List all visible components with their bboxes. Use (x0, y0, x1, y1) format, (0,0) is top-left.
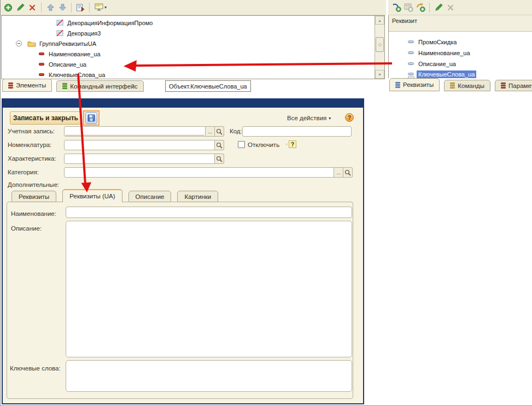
parameters-bars-icon (501, 83, 506, 89)
hint-tail-icon: ‹ (286, 142, 288, 147)
tab-attributes[interactable]: Реквизиты (389, 78, 440, 91)
scrollbar-thumb[interactable] (376, 37, 384, 52)
keywords-textarea[interactable] (66, 360, 352, 392)
delete-icon-disabled[interactable] (445, 2, 457, 14)
move-down-icon[interactable] (56, 2, 68, 14)
disable-help[interactable]: ‹ ? (286, 140, 296, 148)
folder-icon (27, 40, 36, 47)
tree-item-decoration-promo[interactable]: ДекорацияИнформацияПромо (56, 17, 153, 28)
name-input[interactable] (66, 207, 352, 218)
characteristic-input[interactable] (64, 154, 215, 164)
tab-label: Командный интерфейс (70, 83, 137, 90)
list-item-description-ua[interactable]: Описание_ua (408, 58, 456, 69)
tree-item-label: ГруппаРеквизитыUA (39, 40, 96, 47)
all-actions-label: Все действия (287, 115, 326, 121)
attribute-icon (39, 73, 44, 76)
account-ellipsis-button[interactable]: ... (206, 126, 215, 137)
tree-item-group-ua[interactable]: ГруппаРеквизитыUA (16, 38, 96, 49)
add-icon[interactable] (2, 2, 14, 14)
edit-icon[interactable] (432, 2, 445, 14)
attributes-list: ПромоСкидка Наименование_ua Описание_ua … (389, 32, 532, 78)
characteristic-field (64, 154, 224, 164)
preview-caret: ▾ (104, 5, 107, 10)
tab-attributes-ua[interactable]: Реквизиты (UA) (62, 189, 122, 202)
account-field: ... (64, 126, 224, 137)
disable-label: Отключить (248, 142, 279, 148)
attributes-bars-icon (395, 82, 400, 88)
account-lookup-icon[interactable] (215, 126, 224, 137)
category-lookup-icon[interactable] (343, 167, 353, 178)
save-close-button[interactable]: Записать и закрыть (10, 111, 81, 125)
decoration-icon (56, 30, 63, 37)
tab-label: Картинки (184, 193, 211, 200)
designer-bottom-tabs: Элементы Командный интерфейс (2, 79, 144, 92)
add-by-wizard-icon[interactable] (414, 2, 426, 14)
required-marker (66, 135, 204, 136)
edit-icon[interactable] (14, 2, 26, 14)
tab-label: Команды (458, 83, 484, 89)
screenshot-root: ▾ ДекорацияИнформацияПромо Декорация3 Гр… (0, 0, 532, 406)
delete-icon[interactable] (26, 2, 38, 14)
attributes-grid: Реквизит ПромоСкидка Наименование_ua Опи… (388, 15, 532, 78)
form-title-bar (3, 99, 363, 108)
additional-label: Дополнительные: (8, 181, 59, 188)
name-label: Наименование: (11, 210, 56, 217)
attribute-icon (408, 40, 414, 43)
keywords-label: Ключевые слова: (10, 365, 61, 372)
tab-label: Параметры (508, 83, 532, 89)
tab-commands[interactable]: Команды (444, 80, 490, 91)
nomenclature-input[interactable] (64, 140, 215, 150)
scroll-up-icon[interactable]: ▲ (375, 16, 384, 25)
save-floppy-icon[interactable] (85, 112, 97, 124)
category-input[interactable] (64, 167, 334, 178)
collapse-icon[interactable] (16, 40, 22, 46)
elements-toolbar: ▾ (0, 0, 386, 15)
attribute-icon (408, 62, 414, 65)
nomenclature-lookup-icon[interactable] (215, 140, 224, 150)
help-button[interactable]: ? (345, 113, 354, 122)
list-item-promo-discount[interactable]: ПромоСкидка (408, 37, 457, 47)
tab-pictures[interactable]: Картинки (177, 191, 218, 202)
list-item-label: ПромоСкидка (418, 39, 457, 45)
form-tabs: Реквизиты Реквизиты (UA) Описание Картин… (11, 189, 218, 202)
add-attribute-icon[interactable] (390, 2, 402, 14)
tree-item-name-ua[interactable]: Наименование_ua (39, 49, 101, 59)
tab-elements[interactable]: Элементы (2, 79, 52, 92)
tree-item-description-ua[interactable]: Описание_ua (39, 59, 86, 69)
list-item-keywords-ua-selected[interactable]: КлючевыеСлова_ua (408, 69, 476, 78)
account-input[interactable] (64, 126, 206, 137)
command-interface-bars-icon (62, 83, 67, 89)
help-glyph: ? (348, 115, 351, 121)
toolbar-separator (89, 3, 90, 13)
category-ellipsis-button[interactable]: ... (334, 167, 343, 178)
list-item-name-ua[interactable]: Наименование_ua (408, 48, 470, 58)
disable-checkbox[interactable] (238, 141, 245, 148)
check-form-icon[interactable] (74, 2, 86, 14)
column-header-label: Реквизит (392, 17, 417, 24)
object-path-hint: Объект.КлючевыеСлова_ua (165, 80, 251, 92)
tab-attributes-ru[interactable]: Реквизиты (11, 191, 56, 202)
all-actions-menu[interactable]: Все действия ▾ (287, 115, 331, 121)
code-input[interactable] (242, 126, 352, 137)
list-item-label: Описание_ua (418, 61, 456, 67)
tab-label: Элементы (16, 82, 46, 89)
tab-label: Реквизиты (19, 193, 49, 200)
attributes-column-header[interactable]: Реквизит (389, 15, 532, 32)
tree-item-keywords-ua[interactable]: КлючевыеСлова_ua (39, 69, 105, 79)
characteristic-lookup-icon[interactable] (215, 154, 224, 164)
tree-scrollbar[interactable]: ▲ ▼ (375, 16, 384, 79)
move-up-icon[interactable] (44, 2, 56, 14)
tree-item-label: Описание_ua (49, 61, 86, 68)
elements-tree: ДекорацияИнформацияПромо Декорация3 Груп… (2, 16, 375, 79)
tab-description[interactable]: Описание (128, 191, 172, 202)
tree-item-label: Наименование_ua (49, 51, 101, 57)
window-left-edge (0, 0, 1, 406)
scroll-down-icon[interactable]: ▼ (375, 70, 384, 79)
description-textarea[interactable] (66, 221, 352, 357)
tree-item-decoration3[interactable]: Декорация3 (56, 28, 101, 38)
object-path-text: Объект.КлючевыеСлова_ua (169, 83, 247, 90)
tab-command-interface[interactable]: Командный интерфейс (56, 80, 143, 92)
tab-parameters[interactable]: Параметры (495, 80, 532, 91)
preview-icon[interactable]: ▾ (92, 2, 109, 14)
add-tabular-section-icon[interactable] (402, 2, 414, 14)
